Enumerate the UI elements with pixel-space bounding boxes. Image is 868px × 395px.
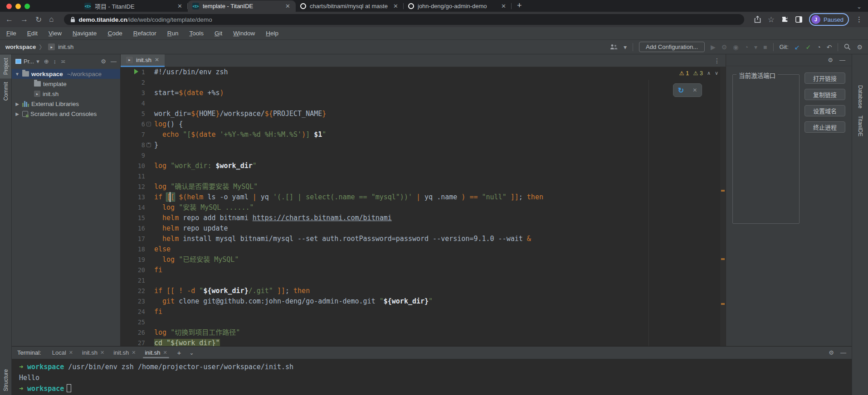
run-line-icon[interactable] (134, 69, 138, 74)
line-number[interactable]: 27 (121, 338, 151, 346)
close-tab-icon[interactable]: ✕ (500, 3, 507, 10)
terminal-tab-local[interactable]: Local✕ (48, 347, 78, 359)
run-icon[interactable]: ▶ (711, 43, 716, 51)
code-with-me-users-icon[interactable] (610, 44, 618, 50)
terminal-settings-gear-icon[interactable]: ⚙ (829, 349, 834, 356)
terminal-tab-init-sh[interactable]: init.sh✕ (78, 347, 109, 359)
line-number[interactable]: 4 (121, 98, 151, 109)
terminal-tab-init-sh[interactable]: init.sh✕ (140, 347, 171, 359)
menu-tools[interactable]: Tools (189, 30, 204, 37)
menu-navigate[interactable]: Navigate (73, 30, 97, 37)
side-panel-icon[interactable] (795, 16, 802, 23)
close-tab-icon[interactable]: ✕ (392, 3, 399, 10)
back-icon[interactable]: ← (5, 15, 13, 24)
browser-tab[interactable]: john-deng/go-admin-demo✕ (404, 0, 512, 12)
forward-icon[interactable]: → (20, 15, 28, 24)
tool-tab-database[interactable]: Database (856, 82, 864, 112)
expander-icon[interactable]: ▶ (15, 111, 20, 116)
refresh-icon[interactable]: ↻ (678, 86, 684, 95)
minimize-window-icon[interactable] (15, 4, 21, 9)
browser-tab[interactable]: <t>template - TitanIDE✕ (188, 0, 296, 12)
line-number[interactable]: 11 (121, 171, 151, 182)
close-tab-icon[interactable]: ✕ (176, 3, 183, 10)
hide-panel-icon[interactable]: — (111, 58, 117, 65)
git-update-icon[interactable]: ↙ (795, 43, 800, 51)
stop-icon[interactable]: ■ (763, 43, 767, 51)
menu-run[interactable]: Run (167, 30, 179, 37)
debug-icon[interactable]: ⚙ (722, 43, 727, 51)
tool-tab-project[interactable]: Project (0, 54, 11, 78)
panel-settings-gear-icon[interactable]: ⚙ (828, 57, 833, 63)
menu-edit[interactable]: Edit (27, 30, 38, 37)
close-window-icon[interactable] (6, 4, 12, 9)
editor-options-kebab-icon[interactable]: ⋮ (714, 57, 726, 64)
line-number[interactable]: 3 (121, 88, 151, 98)
dismiss-icon[interactable]: ✕ (692, 87, 697, 93)
hide-panel-icon[interactable]: — (839, 57, 845, 63)
tab-search-chevron-icon[interactable]: ⌄ (850, 3, 868, 12)
git-history-icon[interactable]: ◔ (817, 43, 820, 51)
home-icon[interactable]: ⌂ (49, 15, 54, 24)
line-number[interactable]: 19 (121, 255, 151, 265)
line-number[interactable]: 14 (121, 202, 151, 213)
tool-tab-structure[interactable]: Structure (2, 366, 10, 395)
bookmark-star-icon[interactable]: ☆ (768, 15, 775, 24)
browser-tab[interactable]: <t>项目 - TitanIDE✕ (80, 0, 188, 12)
line-number[interactable]: 1 (121, 67, 151, 77)
line-number[interactable]: 16 (121, 223, 151, 234)
line-number[interactable]: 21 (121, 275, 151, 286)
menu-git[interactable]: Git (215, 30, 222, 37)
close-tab-icon[interactable]: ✕ (284, 3, 291, 10)
prev-problem-icon[interactable]: ∧ (707, 70, 711, 76)
breadcrumb-root[interactable]: workspace (5, 43, 36, 50)
expander-icon[interactable]: ▼ (15, 72, 20, 77)
collapse-all-icon[interactable]: ≍ (61, 58, 66, 65)
extensions-puzzle-icon[interactable] (781, 16, 789, 23)
window-controls[interactable] (0, 4, 36, 12)
port-button[interactable]: 终止进程 (805, 121, 845, 133)
line-number[interactable]: 17 (121, 234, 151, 244)
coverage-icon[interactable]: ◉ (733, 43, 738, 51)
browser-profile-button[interactable]: J Paused (809, 13, 849, 26)
port-button[interactable]: 设置域名 (805, 105, 845, 116)
menu-file[interactable]: File (6, 30, 16, 37)
close-tab-icon[interactable]: ✕ (163, 350, 167, 356)
line-number[interactable]: 2 (121, 77, 151, 88)
close-tab-icon[interactable]: ✕ (69, 350, 73, 356)
menu-window[interactable]: Window (233, 30, 255, 37)
fold-marker-icon[interactable]: ^ (146, 143, 151, 147)
tree-item-scratches-and-consoles[interactable]: ▶Scratches and Consoles (12, 109, 120, 119)
expander-icon[interactable]: ▶ (15, 101, 20, 106)
browser-menu-icon[interactable]: ⋮ (856, 15, 863, 24)
settings-gear-icon[interactable]: ⚙ (857, 43, 863, 51)
address-bar[interactable]: demo.titanide.cn/ide/web/coding/template… (64, 14, 744, 25)
line-number[interactable]: 20 (121, 265, 151, 275)
inspections-widget[interactable]: ⚠ 1 ⚠ 3 ∧ ∨ (679, 70, 718, 77)
terminal-output[interactable]: ➜ workspace /usr/bin/env zsh /home/proje… (12, 359, 852, 395)
new-tab-button[interactable]: + (512, 1, 527, 12)
zoom-window-icon[interactable] (24, 4, 30, 9)
expand-all-icon[interactable]: ↕ (54, 58, 57, 65)
next-problem-icon[interactable]: ∨ (715, 70, 718, 76)
port-button[interactable]: 复制链接 (805, 89, 845, 100)
profiler-icon[interactable]: ◔ (745, 43, 748, 51)
git-rollback-icon[interactable]: ↶ (827, 43, 832, 51)
close-tab-icon[interactable]: ✕ (155, 57, 159, 63)
project-view-selector[interactable]: Pr... ▾ (15, 58, 39, 65)
share-icon[interactable] (754, 16, 761, 23)
line-number[interactable]: 7 (121, 130, 151, 140)
line-number[interactable]: 22 (121, 286, 151, 296)
hide-terminal-icon[interactable]: — (840, 349, 846, 356)
line-number[interactable]: 25 (121, 317, 151, 328)
close-tab-icon[interactable]: ✕ (132, 350, 136, 356)
new-terminal-icon[interactable]: + (174, 349, 185, 356)
line-number[interactable]: 18 (121, 244, 151, 255)
editor-tab-init-sh[interactable]: ▸ init.sh ✕ (121, 54, 165, 67)
line-number[interactable]: 23 (121, 296, 151, 307)
close-tab-icon[interactable]: ✕ (100, 350, 104, 356)
line-number[interactable]: 5 (121, 109, 151, 119)
menu-help[interactable]: Help (266, 30, 278, 37)
line-number[interactable]: 6- (121, 119, 151, 130)
terminal-tab-init-sh[interactable]: init.sh✕ (109, 347, 140, 359)
git-commit-check-icon[interactable]: ✓ (806, 43, 811, 51)
